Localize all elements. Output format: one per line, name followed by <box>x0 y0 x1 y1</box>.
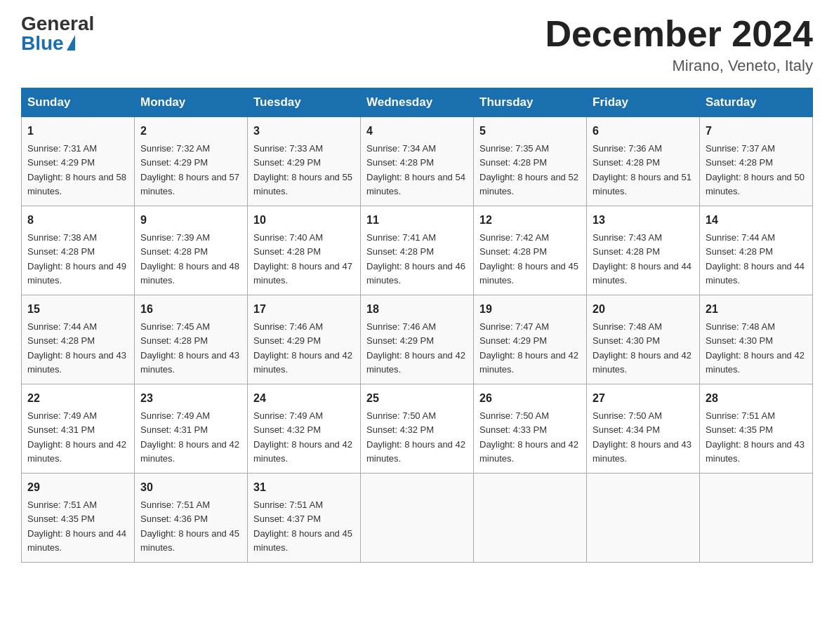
calendar-header-tuesday: Tuesday <box>248 88 361 117</box>
day-number: 21 <box>706 301 807 318</box>
day-number: 20 <box>593 301 694 318</box>
calendar-header-row: SundayMondayTuesdayWednesdayThursdayFrid… <box>22 88 813 117</box>
day-info: Sunrise: 7:50 AMSunset: 4:32 PMDaylight:… <box>366 410 465 464</box>
calendar-cell: 16Sunrise: 7:45 AMSunset: 4:28 PMDayligh… <box>135 295 248 384</box>
day-info: Sunrise: 7:46 AMSunset: 4:29 PMDaylight:… <box>253 321 352 375</box>
calendar-cell: 29Sunrise: 7:51 AMSunset: 4:35 PMDayligh… <box>22 474 135 563</box>
day-number: 16 <box>140 301 241 318</box>
calendar-cell: 9Sunrise: 7:39 AMSunset: 4:28 PMDaylight… <box>135 206 248 295</box>
location-subtitle: Mirano, Veneto, Italy <box>545 57 813 75</box>
calendar-cell: 2Sunrise: 7:32 AMSunset: 4:29 PMDaylight… <box>135 117 248 206</box>
day-number: 15 <box>27 301 128 318</box>
calendar-week-row: 29Sunrise: 7:51 AMSunset: 4:35 PMDayligh… <box>22 474 813 563</box>
calendar-header-monday: Monday <box>135 88 248 117</box>
day-number: 9 <box>140 212 241 229</box>
title-block: December 2024 Mirano, Veneto, Italy <box>545 14 813 75</box>
calendar-cell: 6Sunrise: 7:36 AMSunset: 4:28 PMDaylight… <box>587 117 700 206</box>
day-number: 30 <box>140 479 241 496</box>
calendar-cell: 31Sunrise: 7:51 AMSunset: 4:37 PMDayligh… <box>248 474 361 563</box>
day-number: 19 <box>479 301 581 318</box>
day-number: 28 <box>706 390 807 407</box>
calendar-cell: 10Sunrise: 7:40 AMSunset: 4:28 PMDayligh… <box>248 206 361 295</box>
page-header: General Blue December 2024 Mirano, Venet… <box>21 14 813 75</box>
day-info: Sunrise: 7:50 AMSunset: 4:33 PMDaylight:… <box>479 410 578 464</box>
calendar-cell: 17Sunrise: 7:46 AMSunset: 4:29 PMDayligh… <box>248 295 361 384</box>
calendar-header-wednesday: Wednesday <box>361 88 474 117</box>
day-number: 1 <box>27 123 128 140</box>
day-info: Sunrise: 7:42 AMSunset: 4:28 PMDaylight:… <box>479 232 578 286</box>
day-number: 29 <box>27 479 128 496</box>
calendar-week-row: 1Sunrise: 7:31 AMSunset: 4:29 PMDaylight… <box>22 117 813 206</box>
day-info: Sunrise: 7:45 AMSunset: 4:28 PMDaylight:… <box>140 321 239 375</box>
day-number: 13 <box>593 212 694 229</box>
day-info: Sunrise: 7:36 AMSunset: 4:28 PMDaylight:… <box>593 143 691 196</box>
day-info: Sunrise: 7:44 AMSunset: 4:28 PMDaylight:… <box>27 321 126 375</box>
day-number: 5 <box>479 123 581 140</box>
calendar-cell: 4Sunrise: 7:34 AMSunset: 4:28 PMDaylight… <box>361 117 474 206</box>
calendar-cell: 5Sunrise: 7:35 AMSunset: 4:28 PMDaylight… <box>474 117 587 206</box>
calendar-cell: 30Sunrise: 7:51 AMSunset: 4:36 PMDayligh… <box>135 474 248 563</box>
day-number: 22 <box>27 390 128 407</box>
day-number: 12 <box>479 212 581 229</box>
day-number: 24 <box>253 390 355 407</box>
day-number: 23 <box>140 390 241 407</box>
day-info: Sunrise: 7:49 AMSunset: 4:31 PMDaylight:… <box>27 410 126 464</box>
calendar-cell: 19Sunrise: 7:47 AMSunset: 4:29 PMDayligh… <box>474 295 587 384</box>
calendar-table: SundayMondayTuesdayWednesdayThursdayFrid… <box>21 88 813 563</box>
logo-triangle-icon <box>67 35 75 51</box>
day-info: Sunrise: 7:40 AMSunset: 4:28 PMDaylight:… <box>253 232 352 286</box>
day-info: Sunrise: 7:34 AMSunset: 4:28 PMDaylight:… <box>366 143 465 196</box>
calendar-cell: 23Sunrise: 7:49 AMSunset: 4:31 PMDayligh… <box>135 384 248 474</box>
month-title: December 2024 <box>545 14 813 54</box>
day-info: Sunrise: 7:39 AMSunset: 4:28 PMDaylight:… <box>140 232 239 286</box>
calendar-cell: 8Sunrise: 7:38 AMSunset: 4:28 PMDaylight… <box>22 206 135 295</box>
logo-blue-text: Blue <box>21 34 75 53</box>
logo: General Blue <box>21 14 94 53</box>
day-info: Sunrise: 7:48 AMSunset: 4:30 PMDaylight:… <box>593 321 691 375</box>
calendar-week-row: 15Sunrise: 7:44 AMSunset: 4:28 PMDayligh… <box>22 295 813 384</box>
calendar-cell <box>474 474 587 563</box>
day-info: Sunrise: 7:37 AMSunset: 4:28 PMDaylight:… <box>706 143 805 196</box>
day-info: Sunrise: 7:38 AMSunset: 4:28 PMDaylight:… <box>27 232 126 286</box>
calendar-cell: 11Sunrise: 7:41 AMSunset: 4:28 PMDayligh… <box>361 206 474 295</box>
calendar-cell <box>587 474 700 563</box>
calendar-cell: 28Sunrise: 7:51 AMSunset: 4:35 PMDayligh… <box>700 384 813 474</box>
day-number: 26 <box>479 390 581 407</box>
day-info: Sunrise: 7:48 AMSunset: 4:30 PMDaylight:… <box>706 321 805 375</box>
day-info: Sunrise: 7:51 AMSunset: 4:36 PMDaylight:… <box>140 499 239 553</box>
calendar-cell: 3Sunrise: 7:33 AMSunset: 4:29 PMDaylight… <box>248 117 361 206</box>
calendar-cell: 26Sunrise: 7:50 AMSunset: 4:33 PMDayligh… <box>474 384 587 474</box>
day-number: 4 <box>366 123 468 140</box>
calendar-cell: 15Sunrise: 7:44 AMSunset: 4:28 PMDayligh… <box>22 295 135 384</box>
logo-general-text: General <box>21 14 94 34</box>
calendar-cell: 13Sunrise: 7:43 AMSunset: 4:28 PMDayligh… <box>587 206 700 295</box>
calendar-cell: 1Sunrise: 7:31 AMSunset: 4:29 PMDaylight… <box>22 117 135 206</box>
day-number: 27 <box>593 390 694 407</box>
calendar-header-thursday: Thursday <box>474 88 587 117</box>
day-info: Sunrise: 7:31 AMSunset: 4:29 PMDaylight:… <box>27 143 126 196</box>
day-number: 6 <box>593 123 694 140</box>
calendar-cell: 24Sunrise: 7:49 AMSunset: 4:32 PMDayligh… <box>248 384 361 474</box>
day-number: 2 <box>140 123 241 140</box>
calendar-cell: 20Sunrise: 7:48 AMSunset: 4:30 PMDayligh… <box>587 295 700 384</box>
calendar-header-saturday: Saturday <box>700 88 813 117</box>
day-info: Sunrise: 7:47 AMSunset: 4:29 PMDaylight:… <box>479 321 578 375</box>
day-info: Sunrise: 7:46 AMSunset: 4:29 PMDaylight:… <box>366 321 465 375</box>
calendar-cell: 27Sunrise: 7:50 AMSunset: 4:34 PMDayligh… <box>587 384 700 474</box>
day-info: Sunrise: 7:43 AMSunset: 4:28 PMDaylight:… <box>593 232 691 286</box>
day-info: Sunrise: 7:51 AMSunset: 4:35 PMDaylight:… <box>27 499 126 553</box>
day-number: 11 <box>366 212 468 229</box>
day-info: Sunrise: 7:35 AMSunset: 4:28 PMDaylight:… <box>479 143 578 196</box>
day-number: 18 <box>366 301 468 318</box>
calendar-cell: 21Sunrise: 7:48 AMSunset: 4:30 PMDayligh… <box>700 295 813 384</box>
calendar-cell: 7Sunrise: 7:37 AMSunset: 4:28 PMDaylight… <box>700 117 813 206</box>
day-info: Sunrise: 7:41 AMSunset: 4:28 PMDaylight:… <box>366 232 465 286</box>
day-info: Sunrise: 7:44 AMSunset: 4:28 PMDaylight:… <box>706 232 805 286</box>
day-number: 17 <box>253 301 355 318</box>
day-info: Sunrise: 7:49 AMSunset: 4:31 PMDaylight:… <box>140 410 239 464</box>
calendar-cell <box>700 474 813 563</box>
calendar-header-friday: Friday <box>587 88 700 117</box>
calendar-cell: 12Sunrise: 7:42 AMSunset: 4:28 PMDayligh… <box>474 206 587 295</box>
day-info: Sunrise: 7:50 AMSunset: 4:34 PMDaylight:… <box>593 410 691 464</box>
calendar-cell <box>361 474 474 563</box>
